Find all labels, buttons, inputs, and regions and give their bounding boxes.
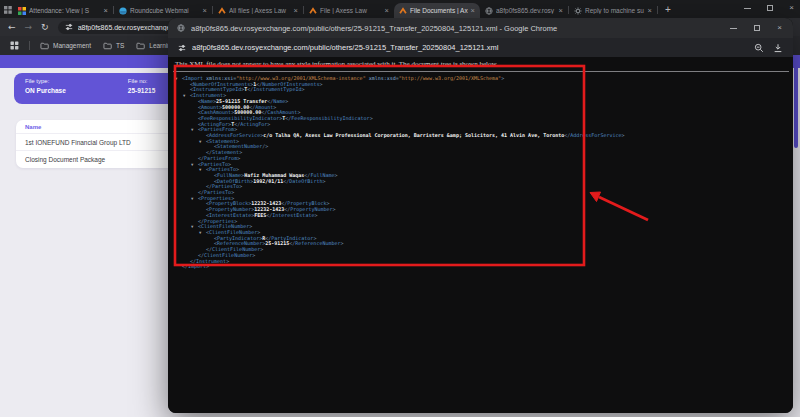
globe-icon [485,7,493,15]
axess-chevron-icon [399,7,407,15]
xml-document-tree: ▼<Import xmlns:xsi="http://www.w3.org/20… [173,76,793,270]
collapse-arrow-icon[interactable]: ▼ [199,230,206,236]
tab-separator [657,6,658,14]
bookmark-label: TS [116,42,124,49]
popup-window-title: a8fp0fs865.dev.rosyexchange.com/public/o… [191,24,724,33]
tab-close-icon[interactable]: × [294,7,298,14]
notice-divider [173,71,789,72]
browser-tab-strip: Attendance: View | S×Roundcube Webmai×Al… [0,0,800,18]
xml-viewer-content: This XML file does not appear to have an… [168,57,793,413]
xml-style-notice: This XML file does not appear to have an… [173,59,793,70]
tab-title: a8fp0fs865.dev.rosy [496,7,556,14]
browser-tab-7[interactable]: Reply to machine su× [569,3,657,18]
file-no-value: 25-91215 [128,87,155,94]
popup-window-controls: × [730,24,784,32]
back-icon[interactable]: ← [8,23,16,32]
folder-icon [136,42,145,50]
tab-title: All files | Axess Law [229,7,291,14]
browser-tab-4[interactable]: File | Axess Law× [304,3,394,18]
grid-colorful-icon [18,7,26,15]
tab-title: Attendance: View | S [29,7,101,14]
tab-title: File Documents | Ax [410,7,468,14]
apps-grid-icon[interactable] [10,41,19,50]
file-type-label: File type: [25,78,66,84]
browser-tab-3[interactable]: All files | Axess Law× [213,3,303,18]
gear-icon [574,7,582,15]
browser-tab-2[interactable]: Roundcube Webmai× [114,3,212,18]
bookmarks-separator [29,41,30,50]
popup-address-url: a8fp0fs865.dev.rosyexchange.com/public/o… [192,43,748,52]
zoom-out-icon[interactable] [754,43,764,53]
tune-icon [65,23,73,31]
browser-tab-5[interactable]: File Documents | Ax× [394,3,480,18]
forward-icon[interactable]: → [25,23,33,32]
tab-close-icon[interactable]: × [203,7,207,14]
popup-minimize-button[interactable] [730,28,737,29]
bookmark-folder-management[interactable]: Management [40,42,91,50]
tab-title: Reply to machine su [585,7,645,14]
file-no-label: File no: [128,78,155,84]
tab-close-icon[interactable]: × [559,7,563,14]
globe-icon [177,24,185,32]
bookmark-folder-ts[interactable]: TS [103,42,124,50]
reload-icon[interactable]: ↻ [41,23,49,32]
xml-popup-window: a8fp0fs865.dev.rosyexchange.com/public/o… [168,18,793,413]
collapse-arrow-icon[interactable]: ▼ [191,196,198,202]
window-grid-icon [3,3,13,17]
minimize-button[interactable] [744,8,751,9]
folder-icon [40,42,49,50]
close-button[interactable]: × [789,4,794,12]
collapse-arrow-icon[interactable]: ▼ [191,127,198,133]
roundcube-icon [119,7,127,15]
collapse-arrow-icon[interactable]: ▼ [199,167,206,173]
axess-chevron-icon [218,7,226,15]
maximize-button[interactable] [767,5,773,11]
bookmark-label: Management [53,42,91,49]
collapse-arrow-icon[interactable]: ▼ [191,162,198,168]
folder-icon [103,42,112,50]
tune-icon [178,44,186,52]
tab-close-icon[interactable]: × [385,7,389,14]
download-icon[interactable] [773,43,783,53]
collapse-arrow-icon[interactable]: ▼ [183,93,190,99]
page-scrollbar[interactable] [794,58,798,148]
xml-line: </Import> [173,264,793,270]
popup-title-bar[interactable]: a8fp0fs865.dev.rosyexchange.com/public/o… [168,18,793,38]
file-type-value: ON Purchase [25,87,66,94]
collapse-arrow-icon[interactable]: ▼ [175,76,182,82]
tab-title: File | Axess Law [320,7,382,14]
axess-chevron-icon [309,7,317,15]
screenshot-root: Attendance: View | S×Roundcube Webmai×Al… [0,0,800,417]
tab-close-icon[interactable]: × [471,7,475,14]
popup-maximize-button[interactable] [754,25,760,31]
tab-close-icon[interactable]: × [648,7,652,14]
tab-title: Roundcube Webmai [130,7,200,14]
collapse-arrow-icon[interactable]: ▼ [191,224,198,230]
window-controls: × [744,2,794,14]
browser-tab-1[interactable]: Attendance: View | S× [13,3,113,18]
new-tab-button[interactable]: + [665,5,671,15]
tab-close-icon[interactable]: × [104,7,108,14]
popup-address-bar[interactable]: a8fp0fs865.dev.rosyexchange.com/public/o… [168,38,793,57]
collapse-arrow-icon[interactable]: ▼ [199,139,206,145]
browser-tab-6[interactable]: a8fp0fs865.dev.rosy× [480,3,568,18]
popup-close-button[interactable]: × [777,24,782,32]
